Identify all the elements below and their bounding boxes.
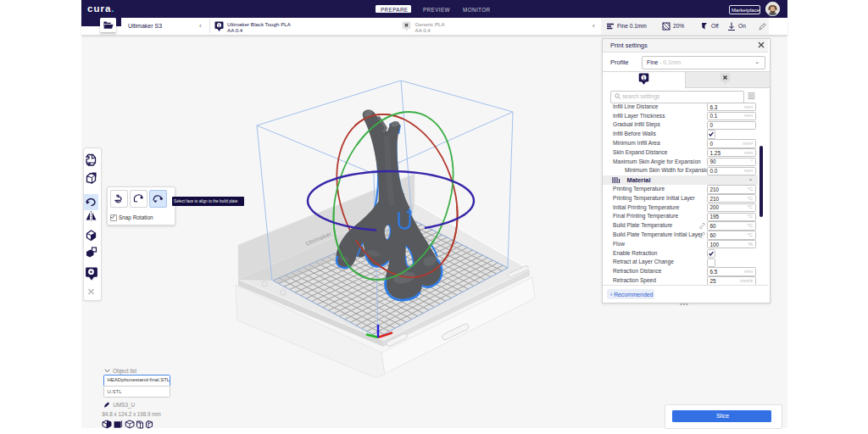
svg-text:1: 1: [218, 22, 220, 27]
